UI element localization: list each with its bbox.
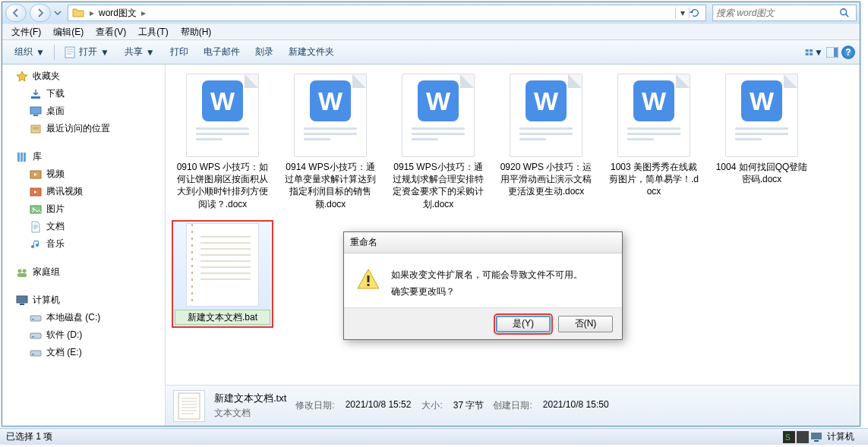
computer-header[interactable]: 计算机	[2, 291, 165, 309]
menu-help[interactable]: 帮助(H)	[175, 24, 218, 40]
sidebar-item-downloads[interactable]: 下载	[2, 85, 165, 102]
breadcrumb-segment[interactable]: word图文	[96, 7, 140, 20]
download-icon	[30, 88, 42, 100]
address-dropdown[interactable]: ▾	[675, 8, 689, 18]
svg-point-19	[18, 269, 22, 272]
desktop-icon	[30, 105, 42, 118]
file-name-label: 1004 如何找回QQ登陆密码.docx	[714, 160, 810, 186]
sidebar-item-drive-e[interactable]: 文档 (E:)	[2, 344, 165, 361]
file-item[interactable]: W0915 WPS小技巧：通过规划求解合理安排特定资金要求下的采购计划.docx	[387, 71, 489, 214]
svg-point-0	[841, 9, 847, 15]
svg-rect-29	[32, 354, 34, 355]
file-thumbnail: W	[402, 74, 475, 157]
document-icon	[30, 221, 42, 233]
file-item[interactable]: W0914 WPS小技巧：通过单变量求解计算达到指定利润目标的销售额.docx	[279, 71, 381, 214]
file-name-label: 0914 WPS小技巧：通过单变量求解计算达到指定利润目标的销售额.docx	[282, 160, 378, 211]
svg-rect-13	[21, 153, 23, 162]
star-icon	[16, 71, 28, 83]
search-input[interactable]	[713, 8, 839, 18]
file-item[interactable]: W0920 WPS 小技巧：运用平滑动画让演示文稿更活泼更生动.docx	[495, 71, 597, 214]
details-type: 文本文档	[214, 407, 251, 420]
svg-rect-3	[806, 52, 809, 55]
share-button[interactable]: 共享 ▼	[117, 42, 163, 61]
navigation-pane: 收藏夹 下载 桌面 最近访问的位置 库 视频 腾讯视频 图片 文档 音乐 家庭组	[2, 65, 166, 426]
svg-rect-21	[17, 273, 27, 277]
libraries-header[interactable]: 库	[2, 148, 165, 165]
wps-badge-icon: W	[202, 80, 243, 121]
video-icon	[30, 186, 42, 198]
menu-file[interactable]: 文件(F)	[5, 24, 47, 40]
preview-pane-button[interactable]	[823, 43, 841, 61]
svg-rect-8	[31, 96, 40, 99]
dialog-no-button[interactable]: 否(N)	[558, 316, 613, 332]
svg-rect-9	[30, 107, 41, 114]
music-icon	[30, 238, 42, 250]
file-item[interactable]: 新建文本文档.bat	[172, 220, 273, 328]
help-button[interactable]: ?	[841, 46, 855, 59]
print-button[interactable]: 打印	[163, 42, 196, 61]
organize-button[interactable]: 组织 ▼	[7, 42, 52, 61]
tray-icon[interactable]: S	[783, 431, 795, 443]
details-filename: 新建文本文档.txt	[214, 392, 286, 405]
status-selection: 已选择 1 项	[6, 430, 52, 443]
refresh-button[interactable]	[689, 8, 705, 18]
open-button[interactable]: 打开 ▼	[56, 42, 117, 61]
details-modified-label: 修改日期:	[295, 399, 334, 412]
sidebar-item-videos[interactable]: 视频	[2, 165, 165, 183]
homegroup-header[interactable]: 家庭组	[2, 263, 165, 281]
library-icon	[16, 151, 28, 163]
textfile-icon	[178, 392, 200, 420]
address-bar[interactable]: ▸ word图文 ▸ ▾	[68, 5, 706, 21]
svg-rect-12	[17, 153, 20, 162]
breadcrumb-separator: ▸	[88, 8, 96, 18]
homegroup-icon	[16, 266, 28, 279]
nav-history-dropdown[interactable]	[54, 8, 62, 18]
file-thumbnail: W	[186, 74, 259, 157]
svg-rect-32	[368, 284, 370, 286]
dialog-message-2: 确实要更改吗？	[391, 284, 582, 301]
svg-rect-36	[811, 433, 822, 439]
email-button[interactable]: 电子邮件	[196, 42, 248, 61]
file-item[interactable]: W1003 美图秀秀在线裁剪图片，简单易学！.docx	[603, 71, 705, 214]
sidebar-item-drive-c[interactable]: 本地磁盘 (C:)	[2, 309, 165, 326]
file-item[interactable]: W0910 WPS 小技巧：如何让饼图扇区按面积从大到小顺时针排列方便阅读？.d…	[172, 71, 273, 214]
dialog-yes-button[interactable]: 是(Y)	[496, 316, 551, 332]
computer-icon	[16, 294, 28, 307]
svg-text:S: S	[785, 433, 791, 442]
tray-icon[interactable]	[797, 431, 809, 443]
search-box[interactable]	[712, 5, 857, 21]
file-name-label: 0920 WPS 小技巧：运用平滑动画让演示文稿更活泼更生动.docx	[498, 160, 594, 199]
new-folder-button[interactable]: 新建文件夹	[281, 42, 342, 61]
nav-forward-button[interactable]	[30, 4, 51, 22]
file-item[interactable]: W1004 如何找回QQ登陆密码.docx	[711, 71, 813, 214]
burn-button[interactable]: 刻录	[248, 42, 281, 61]
menu-edit[interactable]: 编辑(E)	[47, 24, 90, 40]
sidebar-item-recent[interactable]: 最近访问的位置	[2, 120, 165, 137]
view-options-button[interactable]: ▼	[805, 43, 823, 61]
status-computer: 计算机	[827, 430, 854, 443]
sidebar-item-tencent-video[interactable]: 腾讯视频	[2, 183, 165, 200]
sidebar-item-pictures[interactable]: 图片	[2, 200, 165, 218]
file-name-edit[interactable]: 新建文本文档.bat	[175, 310, 270, 325]
svg-rect-5	[810, 52, 813, 55]
search-icon	[839, 8, 856, 18]
nav-back-button[interactable]	[5, 4, 27, 22]
file-name-label: 0915 WPS小技巧：通过规划求解合理安排特定资金要求下的采购计划.docx	[390, 160, 486, 211]
menu-tools[interactable]: 工具(T)	[132, 24, 174, 40]
sidebar-item-desktop[interactable]: 桌面	[2, 102, 165, 120]
wps-badge-icon: W	[741, 80, 782, 121]
drive-icon	[30, 312, 42, 324]
breadcrumb-separator: ▸	[140, 8, 147, 18]
arrow-left-icon	[10, 7, 22, 19]
svg-rect-25	[32, 319, 34, 320]
favorites-header[interactable]: 收藏夹	[2, 68, 165, 85]
menu-view[interactable]: 查看(V)	[90, 24, 132, 40]
sidebar-item-documents[interactable]: 文档	[2, 218, 165, 235]
sidebar-item-music[interactable]: 音乐	[2, 235, 165, 253]
wps-badge-icon: W	[526, 80, 567, 121]
svg-rect-10	[33, 115, 38, 116]
computer-tray-icon[interactable]	[810, 431, 822, 443]
details-created-label: 创建日期:	[493, 399, 532, 412]
svg-rect-22	[17, 296, 27, 303]
sidebar-item-drive-d[interactable]: 软件 (D:)	[2, 326, 165, 344]
